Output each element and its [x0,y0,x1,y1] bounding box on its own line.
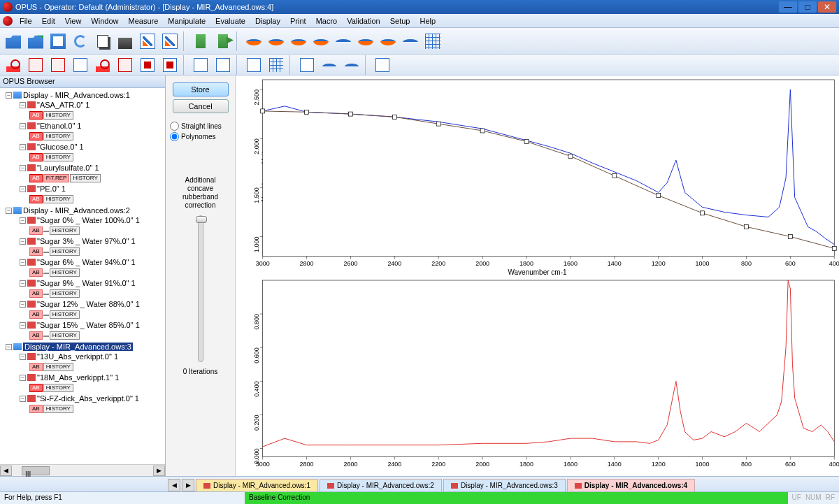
wave-tool-3-icon[interactable] [378,31,399,52]
tree-item[interactable]: "ASA_ATR.0" 1 [37,101,89,109]
peak-tool-2-icon[interactable] [266,31,287,52]
workspace-tabs: ◀ ▶ Display - MIR_Advanced.ows:1 Display… [0,476,839,491]
wave-tool-4-icon[interactable] [400,31,421,52]
tree-item[interactable]: "18M_Abs_verkippt.1" 1 [37,373,119,382]
wave-tool-1-icon[interactable] [333,31,354,52]
analyze-4-icon[interactable] [70,57,91,73]
open-file-icon[interactable] [3,31,24,52]
menu-macro[interactable]: Macro [312,15,342,27]
cancel-button[interactable]: Cancel [173,99,229,113]
menu-measure[interactable]: Measure [124,15,162,27]
peak-tool-1-icon[interactable] [243,31,264,52]
save-icon[interactable] [48,31,69,52]
scroll-right-icon[interactable]: ▶ [153,466,165,476]
menu-file[interactable]: File [15,15,36,27]
tree-item[interactable]: "Sugar 15% _ Water 85%.0" 1 [37,321,140,329]
analyze-6-icon[interactable] [115,57,136,73]
cursor-1-icon[interactable] [296,57,317,73]
tree-item[interactable]: "Ethanol.0" 1 [37,122,81,130]
peak-tool-3-icon[interactable] [288,31,309,52]
menu-evaluate[interactable]: Evaluate [211,15,250,27]
cursor-3-icon[interactable] [341,57,362,73]
analyze-1-icon[interactable] [3,57,24,73]
menu-validation[interactable]: Validation [343,15,385,27]
menu-display[interactable]: Display [251,15,285,27]
svg-text:1000: 1000 [696,260,710,267]
svg-rect-40 [392,115,396,119]
tab-ws2[interactable]: Display - MIR_Advanced.ows:2 [320,479,442,491]
display-1-icon[interactable] [190,57,211,73]
svg-text:2.000: 2.000 [253,138,260,154]
tab-scroll-left-icon[interactable]: ◀ [168,479,180,491]
menu-manipulate[interactable]: Manipulate [164,15,210,27]
tree-item[interactable]: "Sugar 3% _ Water 97%.0" 1 [37,237,136,245]
svg-rect-0 [263,80,835,257]
tree-item[interactable]: "Glucose.0" 1 [37,143,84,151]
menu-view[interactable]: View [61,15,86,27]
svg-rect-45 [612,173,617,178]
tab-scroll-right-icon[interactable]: ▶ [182,479,194,491]
analyze-5-icon[interactable] [92,57,113,73]
chart-edit-icon[interactable] [159,31,180,52]
tree-item[interactable]: "Laurylsulfate.0" 1 [37,164,99,172]
tab-ws4-active[interactable]: Display - MIR_Advanced.ows:4 [567,479,695,491]
undo-icon[interactable] [70,31,91,52]
display-3-icon[interactable] [243,57,264,73]
file-tree[interactable]: −Display - MIR_Advanced.ows:1 −"ASA_ATR.… [0,88,165,464]
analyze-8-icon[interactable] [159,57,180,73]
spectrum-chart-top[interactable]: Absorbance Units Wavenumber cm-1 1.0001.… [236,75,839,276]
maximize-button[interactable]: □ [798,1,817,13]
close-button[interactable]: ✕ [818,1,836,13]
wave-tool-2-icon[interactable] [355,31,376,52]
menu-edit[interactable]: Edit [38,15,59,27]
analyze-2-icon[interactable] [25,57,46,73]
svg-text:800: 800 [741,260,752,267]
tab-ws3[interactable]: Display - MIR_Advanced.ows:3 [443,479,566,491]
tree-item[interactable]: "13U_Abs_verkippt.0" 1 [37,352,118,361]
radio-polynomes[interactable]: Polynomes [170,132,222,141]
tree-item[interactable]: "Sugar 12% _ Water 88%.0" 1 [37,300,140,308]
menu-bar: File Edit View Window Measure Manipulate… [0,14,839,28]
tree-hscroll[interactable]: ◀ III ▶ [0,464,165,476]
tree-item[interactable]: "Si-FZ-dick_Abs_verkippt.0" 1 [37,394,139,403]
display-4-icon[interactable] [266,57,287,73]
peak-tool-4-icon[interactable] [310,31,331,52]
app-logo-icon [3,16,13,26]
chart-settings-icon[interactable] [137,31,158,52]
status-bar: For Help, press F1 Baseline Correction U… [0,491,839,504]
menu-help[interactable]: Help [415,15,440,27]
analyze-3-icon[interactable] [48,57,69,73]
spectrum-chart-bottom[interactable]: 0.0000.2000.4000.6000.800300028002600240… [236,276,839,477]
tree-workspace[interactable]: Display - MIR_Advanced.ows:1 [23,91,130,99]
print-icon[interactable] [115,31,136,52]
tab-ws1[interactable]: Display - MIR_Advanced.ows:1 [196,479,318,491]
cursor-2-icon[interactable] [319,57,340,73]
tree-item[interactable]: "PE.0" 1 [37,185,66,193]
store-button[interactable]: Store [173,82,229,96]
scroll-thumb[interactable]: III [22,466,50,475]
minimize-button[interactable]: — [779,1,797,13]
analyze-7-icon[interactable] [137,57,158,73]
radio-straight[interactable]: Straight lines [170,122,222,131]
menu-setup[interactable]: Setup [386,15,415,27]
svg-text:600: 600 [785,460,796,467]
table-icon[interactable] [422,31,443,52]
menu-print[interactable]: Print [286,15,310,27]
concave-slider[interactable] [198,215,203,362]
scroll-left-icon[interactable]: ◀ [0,466,12,476]
slider-handle[interactable] [196,216,207,223]
measure-run-icon[interactable] [213,31,234,52]
menu-window[interactable]: Window [87,15,122,27]
tree-workspace[interactable]: Display - MIR_Advanced.ows:2 [23,206,130,215]
copy-icon[interactable] [92,31,113,52]
tree-item[interactable]: "Sugar 0% _ Water 100%.0" 1 [37,216,140,224]
tree-item[interactable]: "Sugar 6% _ Water 94%.0" 1 [37,258,136,266]
status-task: Baseline Correction [245,492,788,504]
display-2-icon[interactable] [213,57,234,73]
report-icon[interactable] [372,57,393,73]
tree-item[interactable]: "Sugar 9% _ Water 91%.0" 1 [37,279,136,287]
open-file-arrow-icon[interactable] [25,31,46,52]
measure-icon[interactable] [190,31,211,52]
tree-workspace-selected[interactable]: Display - MIR_Advanced.ows:3 [23,343,133,351]
svg-text:1400: 1400 [608,460,622,467]
